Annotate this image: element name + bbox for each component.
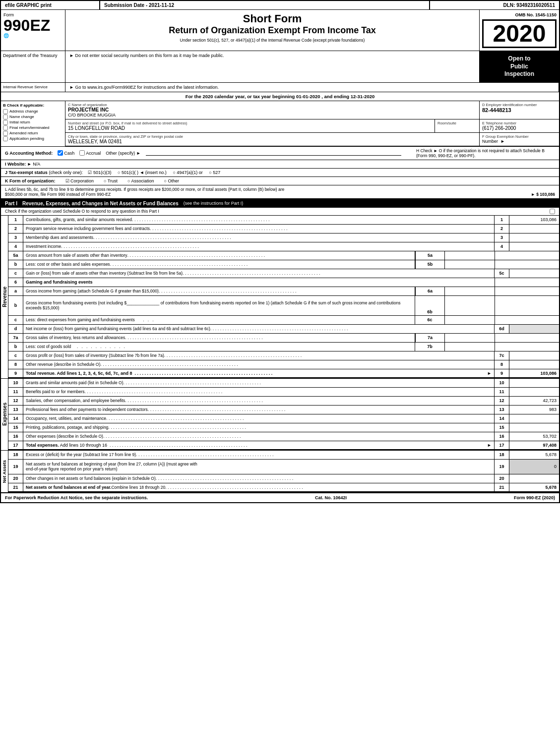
line-8-ref: 8 [495, 360, 509, 369]
line-row-1: 1 Contributions, gifts, grants, and simi… [8, 216, 559, 225]
address-row: Number and street (or P.O. box, if mail … [65, 119, 559, 133]
line-7c-num: c [8, 351, 23, 360]
checkbox-initial-return[interactable]: Initial return [3, 120, 63, 125]
line-row-14: 14 Occupancy, rent, utilities, and maint… [8, 414, 559, 423]
line-row-21: 21 Net assets or fund balances at end of… [8, 483, 559, 492]
line-7a-num: 7a [8, 334, 23, 342]
check-only-one: (check only one): [49, 170, 83, 175]
line-13-amount: 983 [509, 406, 559, 414]
d-label: D Employer identification number [482, 103, 557, 107]
checkbox-final-return[interactable]: Final return/terminated [3, 125, 63, 130]
line-16-num: 16 [8, 432, 23, 441]
line-6-num: 6 [8, 278, 23, 287]
cash-option[interactable]: Cash [58, 150, 74, 156]
form-ref: Form 990-EZ (2020) [514, 495, 555, 500]
line-3-ref: 3 [495, 233, 509, 242]
expenses-label: Expenses [2, 403, 7, 426]
header-row: efile GRAPHIC print Submission Date - 20… [1, 1, 559, 10]
line-row-7c: c Gross profit or (loss) from sales of i… [8, 351, 559, 360]
room-suite-cell: Room/suite [435, 119, 480, 132]
line-10-ref: 10 [495, 379, 509, 387]
line-1-desc: Contributions, gifts, grants, and simila… [23, 216, 495, 224]
line-7b-num: b [8, 343, 23, 351]
line-3-num: 3 [8, 233, 23, 242]
line-13-desc: Professional fees and other payments to … [23, 406, 495, 414]
checkbox-name-change[interactable]: Name change [3, 115, 63, 119]
cash-checkbox[interactable] [58, 150, 63, 156]
accrual-checkbox[interactable] [79, 150, 85, 156]
amended-checkbox[interactable] [3, 131, 8, 136]
go-to-text: ► Go to www.irs.gov/Form990EZ for instru… [65, 83, 559, 92]
line-row-5c: c Gain or (loss) from sale of assets oth… [8, 269, 559, 278]
line-15-num: 15 [8, 423, 23, 432]
checkbox-application-pending[interactable]: Application pending [3, 136, 63, 141]
net-assets-label-col: Net Assets [1, 451, 8, 492]
tax-status-4947: ○ 4947(a)(1) or [173, 170, 202, 175]
schedule-o-checkbox[interactable] [550, 209, 555, 214]
line-20-ref: 20 [495, 474, 509, 483]
name-change-checkbox[interactable] [3, 115, 8, 119]
line-7a-total [509, 334, 559, 342]
line-1-ref: 1 [495, 216, 509, 224]
line-5a-amount [445, 251, 495, 260]
final-return-checkbox[interactable] [3, 125, 8, 130]
line-6-ref [495, 278, 509, 287]
application-pending-label: Application pending [9, 136, 44, 141]
line-row-5b: b Less: cost or other basis and sales ex… [8, 260, 559, 269]
line-6a-desc: Gross income from gaming (attach Schedul… [23, 287, 415, 295]
line-19-desc: Net assets or fund balances at beginning… [23, 460, 495, 474]
line-12-amount: 42,723 [509, 397, 559, 405]
omb-number: OMB No. 1545-1150 [482, 12, 557, 17]
dept-label: Department of the Treasury [1, 51, 65, 82]
line-6-amount [509, 278, 559, 287]
line-6c-sub-ref: 6c [415, 316, 445, 324]
line-row-19: 19 Net assets or fund balances at beginn… [8, 460, 559, 474]
line-3-desc: Membership dues and assessments [23, 233, 495, 242]
line-5a-desc: Gross amount from sale of assets other t… [23, 251, 415, 260]
org-type-trust: ○ Trust [104, 178, 118, 183]
line-row-12: 12 Salaries, other compensation, and emp… [8, 397, 559, 406]
line-6b-amount [445, 296, 495, 315]
part1-label: Part I [5, 201, 17, 206]
line-7c-amount [509, 351, 559, 360]
line-1-amount: 103,086 [509, 216, 559, 224]
line-row-7a: 7a Gross sales of inventory, less return… [8, 334, 559, 343]
line-16-amount: 53,702 [509, 432, 559, 441]
application-pending-checkbox[interactable] [3, 136, 8, 141]
checkbox-address-change[interactable]: Address change [3, 109, 63, 114]
line-20-num: 20 [8, 474, 23, 483]
schedule-o-text: Check if the organization used Schedule … [5, 209, 159, 214]
line-21-ref: 21 [495, 483, 509, 491]
line-5a-num: 5a [8, 251, 23, 260]
address-label: Number and street (or P.O. box, if mail … [68, 121, 432, 125]
i-label: I Website: ► [5, 162, 32, 167]
go-to-content: ► Go to www.irs.gov/Form990EZ for instru… [69, 85, 219, 90]
line-7a-ref-empty [495, 334, 509, 342]
checkboxes-column: B Check if applicable: Address change Na… [1, 101, 65, 146]
line-row-6a: a Gross income from gaming (attach Sched… [8, 287, 559, 296]
line-13-ref: 13 [495, 406, 509, 414]
line-20-amount [509, 474, 559, 483]
line-9-amount: 103,086 [509, 369, 559, 377]
tax-status-501c: ○ 501(c)( ) ◄ (insert no.) [118, 170, 167, 175]
org-care-of: C/O BROOKE MUGGIA [68, 113, 477, 117]
line-12-desc: Salaries, other compensation, and employ… [23, 397, 495, 405]
city-label: City or town, state or province, country… [68, 134, 477, 139]
arrow-icon: ► [500, 139, 505, 144]
address-change-checkbox[interactable] [3, 109, 8, 114]
initial-return-checkbox[interactable] [3, 120, 8, 125]
form-number-area: Form 990EZ 🌐 [1, 10, 65, 51]
gross-receipts-row: L Add lines 5b, 6c, and 7b to line 9 to … [1, 185, 559, 199]
cat-no: Cat. No. 10642I [315, 495, 347, 500]
line-row-5a: 5a Gross amount from sale of assets othe… [8, 251, 559, 260]
line-6d-amount [509, 325, 559, 333]
accrual-option[interactable]: Accrual [79, 150, 101, 156]
line-21-amount: 5,678 [509, 483, 559, 491]
line-row-7b: b Less: cost of goods sold . . . . . . .… [8, 343, 559, 351]
return-title: Return of Organization Exempt From Incom… [68, 25, 477, 36]
checkbox-amended[interactable]: Amended return [3, 131, 63, 136]
tax-status-row: J Tax-exempt status (check only one): ☑ … [1, 169, 559, 177]
line-5b-desc: Less: cost or other basis and sales expe… [23, 260, 415, 269]
under-text: Under section 501(c), 527, or 4947(a)(1)… [68, 38, 477, 43]
line-2-desc: Program service revenue including govern… [23, 225, 495, 233]
